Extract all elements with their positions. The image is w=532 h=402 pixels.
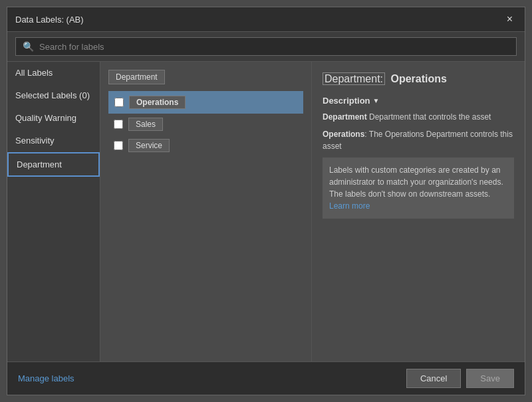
- info-box: Labels with custom categories are create…: [323, 157, 514, 219]
- main-content: All Labels Selected Labels (0) Quality W…: [7, 62, 525, 361]
- description-header[interactable]: Description ▼: [323, 96, 514, 106]
- title-value: Operations: [391, 73, 447, 84]
- right-panel: Department: Operations Description ▼ Dep…: [312, 62, 525, 361]
- title-bar: Data Labels: (AB) ×: [7, 7, 525, 32]
- desc-line2: Operations: The Operations Department co…: [323, 128, 514, 152]
- service-tag: Service: [128, 139, 170, 152]
- sales-tag: Sales: [128, 118, 163, 131]
- cancel-button[interactable]: Cancel: [406, 369, 461, 388]
- title-prefix: Department:: [323, 72, 385, 85]
- manage-labels-button[interactable]: Manage labels: [18, 373, 74, 383]
- center-panel: Department Operations Sales Service: [100, 62, 312, 361]
- desc-rest-1: Department that controls the asset: [367, 112, 491, 122]
- label-item-sales[interactable]: Sales: [108, 114, 303, 135]
- desc-bold-2: Operations: [323, 130, 364, 139]
- dialog: Data Labels: (AB) × 🔍 All Labels Selecte…: [7, 7, 525, 395]
- operations-tag: Operations: [129, 96, 186, 109]
- sidebar-scroll: All Labels Selected Labels (0) Quality W…: [7, 62, 100, 361]
- sidebar-item-selected-labels[interactable]: Selected Labels (0): [7, 84, 100, 107]
- service-checkbox[interactable]: [114, 141, 123, 150]
- search-input[interactable]: [39, 42, 509, 52]
- learn-more-link[interactable]: Learn more: [329, 201, 370, 211]
- chevron-down-icon: ▼: [373, 97, 380, 104]
- center-tab-label: Department: [108, 70, 165, 84]
- save-button[interactable]: Save: [466, 369, 514, 388]
- desc-line1: Department Department that controls the …: [323, 111, 514, 123]
- sidebar-item-department[interactable]: Department: [7, 152, 100, 177]
- footer-buttons: Cancel Save: [406, 369, 514, 388]
- footer: Manage labels Cancel Save: [7, 361, 525, 395]
- label-item-operations[interactable]: Operations: [108, 91, 303, 114]
- desc-bold-1: Department: [323, 112, 367, 122]
- description-label: Description: [323, 96, 370, 106]
- operations-checkbox[interactable]: [114, 98, 124, 107]
- sidebar-item-all-labels[interactable]: All Labels: [7, 62, 100, 84]
- search-wrapper: 🔍: [15, 37, 517, 56]
- sidebar-item-quality-warning[interactable]: Quality Warning: [7, 107, 100, 130]
- sidebar-item-sensitivity[interactable]: Sensitivity: [7, 130, 100, 152]
- right-panel-title: Department: Operations: [323, 72, 514, 86]
- info-text: Labels with custom categories are create…: [329, 165, 503, 199]
- search-bar: 🔍: [7, 32, 525, 62]
- close-button[interactable]: ×: [503, 13, 517, 26]
- search-icon: 🔍: [23, 41, 34, 52]
- sales-checkbox[interactable]: [114, 120, 123, 129]
- sidebar: All Labels Selected Labels (0) Quality W…: [7, 62, 100, 361]
- label-item-service[interactable]: Service: [108, 135, 303, 156]
- dialog-title: Data Labels: (AB): [15, 15, 84, 25]
